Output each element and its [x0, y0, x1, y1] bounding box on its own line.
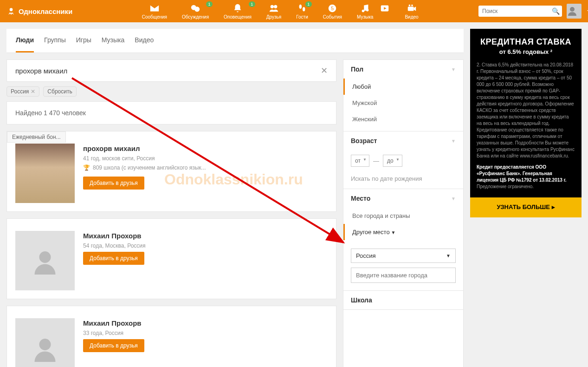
nav-messages[interactable]: Сообщения	[142, 3, 167, 20]
result-name[interactable]: прохорв михаил	[83, 144, 328, 152]
music-icon	[360, 3, 370, 13]
ad-license: Кредит предоставляется ООО «Русфинанс Ба…	[477, 164, 575, 190]
results-count: Найдено 1 470 человек	[6, 101, 336, 125]
result-photo[interactable]	[15, 231, 75, 290]
result-name[interactable]: Михаил Прохорв	[83, 232, 328, 240]
place-other[interactable]: Другое место	[343, 224, 463, 240]
svg-point-13	[409, 4, 411, 6]
result-card: Ежедневный бон... прохорв михаил 41 год,…	[6, 131, 336, 212]
events-icon: 5	[327, 3, 337, 13]
birthday-search-link[interactable]: Искать по дате рождения	[343, 171, 463, 189]
result-school: 🏆809 школа (с изучением английского язык…	[83, 164, 328, 171]
ad-banner[interactable]: КРЕДИТНАЯ СТАВКА от 6.5% годовых ² 2. Ст…	[470, 29, 582, 217]
nav-guests[interactable]: 1 Гости	[296, 3, 308, 20]
nav-video[interactable]: Видео	[405, 3, 418, 20]
ad-cta-button[interactable]: УЗНАТЬ БОЛЬШЕ ▸	[470, 197, 582, 217]
filter-school-header[interactable]: Школа	[343, 291, 463, 309]
top-header: Одноклассники Сообщения 1 Обсуждения 1 О…	[0, 0, 588, 22]
clear-query-icon[interactable]: ✕	[321, 66, 328, 76]
nav-video-play[interactable]	[380, 3, 390, 20]
camera-icon	[407, 3, 417, 13]
svg-point-0	[10, 8, 13, 11]
ad-disclaimer: 2. Ставка 6,5% действительна на 20.08.20…	[477, 62, 575, 159]
bell-icon	[233, 3, 243, 13]
svg-point-5	[299, 4, 302, 8]
nav-music[interactable]: Музыка	[357, 3, 373, 20]
tab-music[interactable]: Музыка	[102, 29, 125, 52]
search-input[interactable]	[482, 8, 552, 14]
place-all[interactable]: Все города и страны	[343, 208, 463, 224]
nav-events[interactable]: 5 События	[323, 3, 342, 20]
chip-reset[interactable]: Сбросить	[43, 86, 76, 97]
nav-notifications[interactable]: 1 Оповещения	[224, 3, 252, 20]
add-friend-button[interactable]: Добавить в друзья	[83, 177, 144, 190]
chevron-down-icon: ▼	[446, 253, 451, 258]
ad-subtitle: от 6.5% годовых ²	[477, 48, 575, 56]
age-to-select[interactable]: до	[383, 155, 402, 167]
envelope-icon	[149, 3, 160, 13]
search-tabs: Люди Группы Игры Музыка Видео	[6, 29, 464, 53]
profile-avatar[interactable]	[567, 4, 582, 19]
svg-point-17	[39, 339, 51, 350]
svg-point-2	[194, 7, 200, 12]
filter-age-header[interactable]: Возраст▼	[343, 131, 463, 150]
nav-discussions[interactable]: 1 Обсуждения	[182, 3, 209, 20]
chip-country[interactable]: Россия ✕	[6, 86, 39, 97]
tab-games[interactable]: Игры	[76, 29, 91, 52]
filter-place-header[interactable]: Место▼	[343, 189, 463, 208]
header-search[interactable]: 🔍	[478, 6, 562, 17]
tab-video[interactable]: Видео	[135, 29, 154, 52]
svg-point-14	[411, 4, 413, 6]
gender-male[interactable]: Мужской	[343, 95, 463, 111]
svg-point-9	[362, 9, 364, 12]
chevron-down-icon: ▼	[451, 67, 456, 72]
search-icon: 🔍	[552, 7, 560, 15]
friends-icon	[269, 3, 279, 13]
city-input[interactable]	[351, 268, 456, 283]
tab-people[interactable]: Люди	[16, 29, 34, 52]
country-select[interactable]: Россия ▼	[351, 249, 456, 263]
chevron-down-icon: ▼	[451, 138, 456, 144]
svg-point-16	[39, 251, 51, 263]
svg-text:5: 5	[331, 5, 334, 11]
filters-panel: Пол▼ Любой Мужской Женский Возраст▼ от —…	[343, 59, 464, 367]
trophy-icon: 🏆	[83, 164, 90, 171]
logo[interactable]: Одноклассники	[6, 7, 72, 16]
svg-point-6	[303, 7, 305, 11]
svg-point-10	[366, 8, 369, 11]
svg-point-3	[271, 5, 274, 8]
ok-logo-icon	[6, 7, 16, 16]
avatar-icon	[567, 6, 578, 17]
add-friend-button[interactable]: Добавить в друзья	[83, 339, 144, 352]
ad-title: КРЕДИТНАЯ СТАВКА	[477, 36, 575, 48]
chevron-down-icon: ▼	[451, 196, 456, 201]
add-friend-button[interactable]: Добавить в друзья	[83, 252, 144, 265]
nav-friends[interactable]: Друзья	[266, 3, 281, 20]
nav-badge: 1	[305, 1, 312, 7]
svg-point-4	[274, 5, 277, 8]
age-from-select[interactable]: от	[351, 155, 369, 167]
chat-icon	[190, 3, 200, 13]
result-meta: 54 года, Москва, Россия	[83, 242, 328, 249]
svg-rect-12	[408, 7, 414, 11]
logo-text: Одноклассники	[19, 7, 72, 15]
result-photo[interactable]	[15, 318, 75, 367]
top-nav: Сообщения 1 Обсуждения 1 Оповещения Друз…	[82, 3, 478, 20]
query-box: ✕	[6, 59, 336, 82]
result-card: Михаил Прохорв 33 года, Россия Добавить …	[6, 306, 336, 367]
result-photo[interactable]	[15, 144, 75, 203]
result-name[interactable]: Михаил Прохорв	[83, 319, 328, 327]
gender-female[interactable]: Женский	[343, 111, 463, 127]
result-meta: 33 года, Россия	[83, 330, 328, 336]
avatar-placeholder-icon	[31, 247, 59, 275]
nav-badge: 1	[249, 1, 255, 7]
filter-chips: Россия ✕ Сбросить	[6, 82, 336, 101]
gender-any[interactable]: Любой	[343, 79, 463, 95]
filter-gender-header[interactable]: Пол▼	[343, 60, 463, 79]
bonus-badge: Ежедневный бон...	[7, 131, 66, 143]
chip-remove-icon[interactable]: ✕	[31, 88, 35, 95]
nav-badge: 1	[206, 1, 213, 7]
tab-groups[interactable]: Группы	[44, 29, 66, 52]
result-card: Михаил Прохорв 54 года, Москва, Россия Д…	[6, 218, 336, 299]
query-input[interactable]	[15, 67, 321, 75]
